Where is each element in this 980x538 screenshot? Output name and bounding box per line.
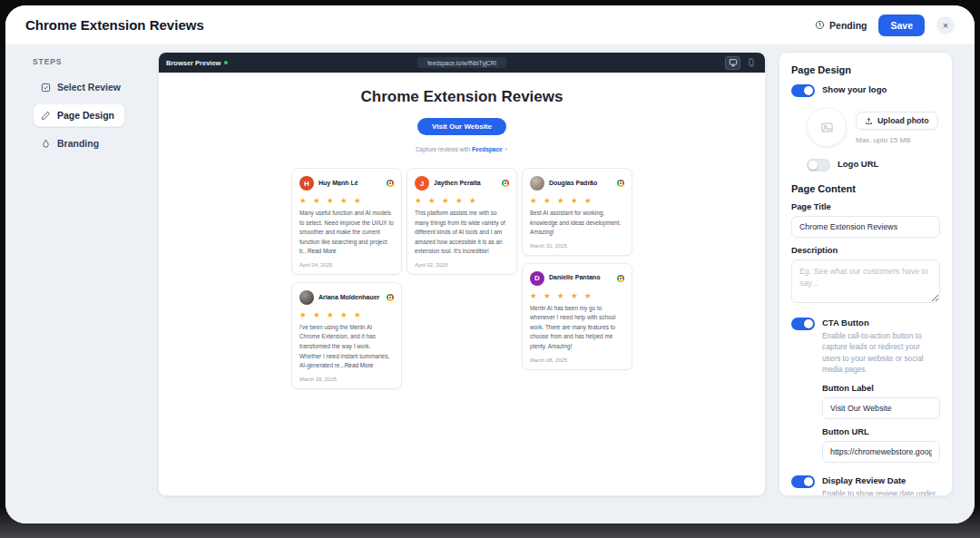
logo-url-label: Logo URL <box>838 158 878 169</box>
review-date-label: Display Review Date <box>822 474 940 485</box>
upload-icon <box>865 117 873 125</box>
review-card: D Danielle Pantano ★ ★ ★ ★ ★ Merlin AI h… <box>522 263 632 370</box>
browser-preview-title: Browser Preview <box>166 59 228 67</box>
capture-reviews-line: Capture reviews with Feedspace ⚡ <box>159 146 765 153</box>
chrome-source-icon <box>617 275 624 282</box>
logo-upload-dropzone[interactable] <box>807 107 847 147</box>
avatar: J <box>415 176 429 191</box>
star-rating: ★ ★ ★ ★ ★ <box>299 196 394 205</box>
page-title: Chrome Extension Reviews <box>25 17 204 33</box>
reviewer-name: Ariana Moldenhauer <box>318 294 382 301</box>
top-bar: Chrome Extension Reviews Pending Save × <box>5 5 975 45</box>
button-url-input[interactable] <box>822 441 940 463</box>
cta-button-toggle[interactable] <box>791 318 815 330</box>
review-date: March 08, 2025 <box>530 357 624 363</box>
show-logo-label: Show your logo <box>822 83 887 94</box>
read-more-link[interactable]: Read More <box>345 362 374 368</box>
review-text: Best AI assistant for working, knowledge… <box>530 209 624 238</box>
feedspace-link[interactable]: Feedspace <box>472 146 503 152</box>
review-text: I've been using the Merlin AI Chrome Ext… <box>299 323 394 371</box>
save-button[interactable]: Save <box>878 15 925 36</box>
avatar: H <box>299 176 314 191</box>
chrome-source-icon <box>617 180 624 187</box>
check-square-icon <box>41 83 51 93</box>
live-status-dot <box>224 61 228 64</box>
pending-status[interactable]: Pending <box>815 20 867 31</box>
monitor-icon <box>729 58 738 67</box>
upload-hint: Max. upto 15 MB <box>856 136 938 144</box>
steps-heading: STEPS <box>33 57 158 66</box>
page-title-input[interactable] <box>791 216 940 238</box>
cta-preview-button[interactable]: Visit Our Website <box>417 118 506 135</box>
chrome-source-icon <box>387 180 394 187</box>
browser-preview-bar: Browser Preview feedspace.io/w/fNbiTyjCR… <box>159 53 765 73</box>
review-date: April 04, 2025 <box>299 262 394 268</box>
wall-title: Chrome Extension Reviews <box>159 88 765 106</box>
panel-heading: Page Design <box>791 64 940 75</box>
avatar <box>299 290 314 305</box>
sidebar-item-page-design[interactable]: Page Design <box>33 103 125 127</box>
star-rating: ★ ★ ★ ★ ★ <box>415 196 509 205</box>
review-text: This platform assists me with so many th… <box>415 209 509 257</box>
reviewer-name: Danielle Pantano <box>549 274 612 281</box>
pencil-icon <box>41 111 51 121</box>
close-icon[interactable]: × <box>936 16 955 34</box>
reviewer-name: Douglas Padrão <box>549 180 612 187</box>
sidebar-item-branding[interactable]: Branding <box>33 132 110 155</box>
star-rating: ★ ★ ★ ★ ★ <box>299 310 394 319</box>
steps-sidebar: STEPS Select Review Page Design Branding <box>5 52 158 523</box>
droplet-icon <box>41 139 51 149</box>
upload-photo-button[interactable]: Upload photo <box>856 112 938 130</box>
avatar <box>530 176 544 191</box>
sidebar-item-label: Page Design <box>57 110 114 121</box>
description-label: Description <box>791 246 940 255</box>
chrome-source-icon <box>502 180 509 187</box>
review-card: H Huy Mạnh Lê ★ ★ ★ ★ ★ Many useful func… <box>291 168 402 275</box>
preview-url[interactable]: feedspace.io/w/fNbiTyjCRl <box>417 57 506 68</box>
review-card: Douglas Padrão ★ ★ ★ ★ ★ Best AI assista… <box>522 168 632 256</box>
review-date: April 02, 2025 <box>415 262 509 268</box>
preview-page: Chrome Extension Reviews Visit Our Websi… <box>159 73 765 495</box>
avatar: D <box>530 271 544 286</box>
pending-label: Pending <box>829 20 867 31</box>
page-design-panel: Page Design Show your logo Upload photo … <box>779 52 953 496</box>
mobile-view-button[interactable] <box>744 57 758 69</box>
review-text: Merlin AI has been my go to whenever I n… <box>530 304 624 352</box>
review-date-toggle[interactable] <box>791 475 815 488</box>
browser-preview: Browser Preview feedspace.io/w/fNbiTyjCR… <box>158 52 766 496</box>
chrome-source-icon <box>387 294 394 301</box>
review-date: March 31, 2025 <box>530 243 624 249</box>
star-rating: ★ ★ ★ ★ ★ <box>530 291 624 300</box>
page-title-label: Page Title <box>791 202 940 211</box>
review-card: Ariana Moldenhauer ★ ★ ★ ★ ★ I've been u… <box>291 282 402 389</box>
sidebar-item-label: Branding <box>57 138 99 149</box>
app-window: Chrome Extension Reviews Pending Save × … <box>5 5 975 523</box>
phone-icon <box>747 58 756 67</box>
cta-button-label: CTA Button <box>822 317 940 328</box>
description-textarea[interactable] <box>791 259 940 303</box>
sidebar-item-select-review[interactable]: Select Review <box>33 75 132 99</box>
page-content-heading: Page Content <box>791 183 940 194</box>
bolt-icon: ⚡ <box>504 146 508 152</box>
reviewer-name: Jaythen Peralta <box>434 180 497 187</box>
cta-button-description: Enable call-to-action button to capture … <box>822 330 940 376</box>
review-wall: H Huy Mạnh Lê ★ ★ ★ ★ ★ Many useful func… <box>159 168 765 389</box>
sidebar-item-label: Select Review <box>57 82 121 93</box>
show-logo-toggle[interactable] <box>791 84 815 97</box>
button-label-input[interactable] <box>822 397 940 419</box>
image-placeholder-icon <box>820 121 834 134</box>
main-area: STEPS Select Review Page Design Branding… <box>5 45 975 523</box>
button-label-label: Button Label <box>822 384 940 393</box>
review-date: March 26, 2025 <box>299 377 394 382</box>
review-card: J Jaythen Peralta ★ ★ ★ ★ ★ This platfor… <box>407 168 517 275</box>
review-date-description: Enable to show review date under each re… <box>822 488 940 496</box>
reviewer-name: Huy Mạnh Lê <box>318 180 382 187</box>
logo-url-toggle[interactable] <box>807 159 830 171</box>
review-text: Many useful function and AI models to se… <box>299 209 394 257</box>
star-rating: ★ ★ ★ ★ ★ <box>530 196 624 205</box>
upload-photo-label: Upload photo <box>877 116 929 125</box>
clock-icon <box>815 20 825 30</box>
desktop-view-button[interactable] <box>726 57 740 69</box>
read-more-link[interactable]: Read More <box>308 248 337 254</box>
button-url-label: Button URL <box>822 427 940 436</box>
